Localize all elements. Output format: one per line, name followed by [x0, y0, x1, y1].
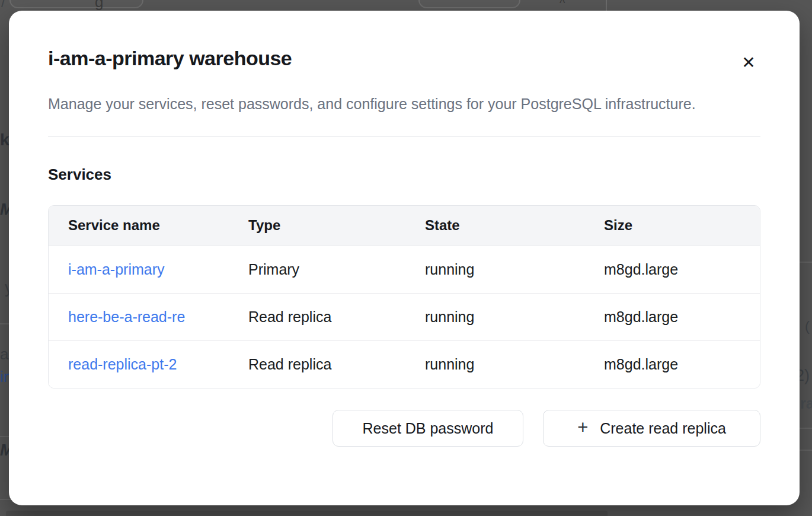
- table-header-row: Service name Type State Size: [49, 206, 760, 246]
- reset-db-password-button[interactable]: Reset DB password: [333, 410, 523, 447]
- divider: [48, 136, 760, 137]
- close-button[interactable]: ✕: [737, 51, 760, 75]
- service-size-cell: m8gd.large: [584, 246, 760, 293]
- backdrop-text-fragment: ^: [560, 0, 565, 10]
- backdrop-text-fragment: ra: [800, 395, 812, 412]
- backdrop-band-fragment: [6, 511, 608, 516]
- service-type-cell: Read replica: [229, 294, 405, 340]
- table-row: read-replica-pt-2 Read replica running m…: [49, 340, 760, 388]
- plus-icon: +: [577, 418, 588, 437]
- service-name-link[interactable]: read-replica-pt-2: [68, 356, 177, 373]
- services-heading: Services: [48, 165, 760, 184]
- close-icon: ✕: [741, 53, 755, 72]
- backdrop-divider-fragment: [606, 0, 607, 11]
- service-state-cell: running: [405, 246, 584, 293]
- create-read-replica-button[interactable]: + Create read replica: [543, 410, 760, 447]
- table-row: i-am-a-primary Primary running m8gd.larg…: [49, 246, 760, 293]
- service-state-cell: running: [405, 341, 584, 388]
- backdrop-pill-fragment: [418, 0, 520, 8]
- service-type-cell: Primary: [229, 246, 405, 293]
- backdrop-text-fragment: g: [95, 0, 103, 11]
- service-type-cell: Read replica: [229, 341, 405, 388]
- page-title: i-am-a-primary warehouse: [48, 45, 760, 71]
- create-read-replica-label: Create read replica: [600, 420, 726, 437]
- service-size-cell: m8gd.large: [584, 341, 760, 388]
- column-header-service-name: Service name: [49, 206, 229, 245]
- column-header-size: Size: [584, 206, 760, 245]
- modal-description: Manage your services, reset passwords, a…: [48, 91, 724, 116]
- reset-db-password-label: Reset DB password: [363, 420, 494, 437]
- service-name-link[interactable]: here-be-a-read-re: [68, 308, 185, 326]
- table-row: here-be-a-read-re Read replica running m…: [49, 293, 760, 340]
- column-header-type: Type: [229, 206, 405, 245]
- warehouse-dialog: ✕ i-am-a-primary warehouse Manage your s…: [9, 11, 800, 505]
- dialog-footer: Reset DB password + Create read replica: [48, 410, 760, 447]
- backdrop-pill-fragment: [9, 0, 143, 8]
- service-name-link[interactable]: i-am-a-primary: [68, 261, 165, 278]
- service-size-cell: m8gd.large: [584, 294, 760, 340]
- service-state-cell: running: [405, 294, 584, 340]
- services-table: Service name Type State Size i-am-a-prim…: [48, 205, 760, 388]
- backdrop-text-fragment: /: [1, 0, 5, 11]
- column-header-state: State: [405, 206, 584, 245]
- backdrop-text-fragment: (: [805, 318, 810, 335]
